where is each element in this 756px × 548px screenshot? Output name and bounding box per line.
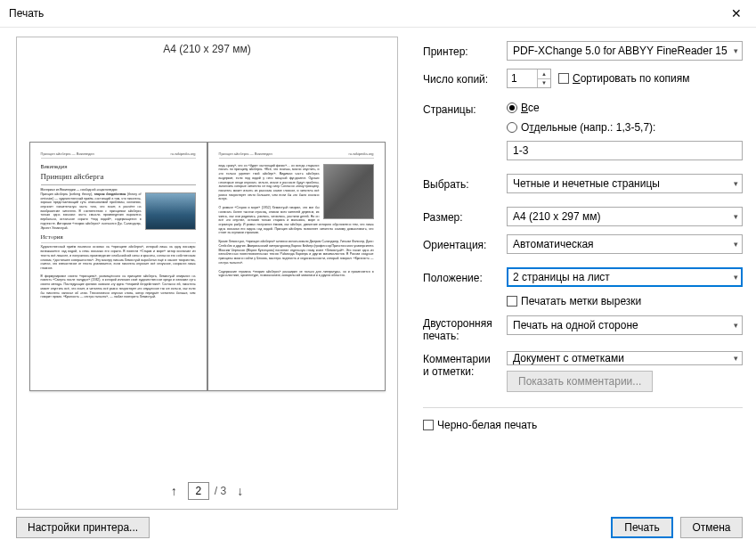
bw-checkbox[interactable]: Черно-белая печать [423, 419, 537, 431]
page-total: / 3 [215, 485, 226, 497]
pages-range-input[interactable]: 1-3 [507, 141, 743, 160]
printer-settings-button[interactable]: Настройки принтера... [16, 517, 150, 538]
close-button[interactable]: ✕ [716, 0, 756, 27]
spin-up-icon[interactable]: ▲ [538, 70, 550, 79]
comments-combo[interactable]: Документ с отметками ▾ [507, 351, 743, 365]
size-combo[interactable]: A4 (210 x 297 мм) ▾ [507, 207, 743, 226]
doc-title: Принцип айсберга [41, 172, 196, 185]
doc-site: Википедия [41, 164, 196, 171]
pages-label: Страницы: [423, 102, 498, 116]
print-preview: A4 (210 x 297 мм) Принцип айсберга — Вик… [16, 37, 398, 510]
iceberg-image [145, 192, 196, 230]
show-comments-button[interactable]: Показать комментарии... [507, 371, 653, 392]
crop-marks-checkbox[interactable]: Печатать метки вырезки [507, 295, 641, 307]
copies-spinner[interactable]: 1 ▲▼ [507, 69, 551, 88]
preview-caption: A4 (210 x 297 мм) [17, 37, 397, 59]
chevron-down-icon: ▾ [730, 273, 738, 282]
printer-label: Принтер: [423, 44, 498, 58]
preview-page-right: Принцип айсберга — Википедияru.wikipedia… [207, 142, 386, 391]
section-history: История [41, 233, 196, 243]
chevron-down-icon: ▾ [730, 240, 738, 249]
comments-label: Комментарии и отметки: [423, 351, 498, 379]
chevron-down-icon: ▾ [730, 46, 738, 55]
page-number-input[interactable] [188, 482, 209, 500]
author-photo [323, 164, 374, 219]
chevron-down-icon: ▾ [730, 179, 738, 188]
collate-checkbox[interactable]: ССортировать по копиямортировать по копи… [558, 72, 690, 85]
pages-range-radio[interactable]: Отдельные (напр.: 1,3-5,7): [507, 121, 743, 134]
select-combo[interactable]: Четные и нечетные страницы ▾ [507, 174, 743, 193]
chevron-down-icon: ▾ [730, 212, 738, 221]
select-label: Выбрать: [423, 176, 498, 191]
duplex-label: Двусторонняя печать: [423, 315, 498, 343]
position-combo[interactable]: 2 страницы на лист ▾ [507, 267, 743, 287]
page-forward-icon[interactable]: ↓ [232, 482, 248, 500]
chevron-down-icon: ▾ [730, 354, 738, 363]
page-back-icon[interactable]: ↑ [166, 482, 183, 500]
copies-label: Число копий: [423, 71, 498, 86]
separator [423, 407, 743, 408]
duplex-combo[interactable]: Печать на одной стороне ▾ [507, 315, 743, 335]
titlebar: Печать ✕ [0, 0, 756, 28]
cancel-button[interactable]: Отмена [680, 517, 743, 538]
position-label: Положение: [423, 270, 498, 284]
pager: ↑ / 3 ↓ [17, 473, 397, 509]
orientation-label: Ориентация: [423, 237, 498, 251]
printer-combo[interactable]: PDF-XChange 5.0 for ABBYY FineReader 15 … [507, 41, 743, 61]
size-label: Размер: [423, 209, 498, 224]
chevron-down-icon: ▾ [730, 321, 738, 330]
orientation-combo[interactable]: Автоматическая ▾ [507, 234, 743, 254]
window-title: Печать [9, 7, 716, 20]
preview-page-left: Принцип айсберга — Википедияru.wikipedia… [29, 142, 207, 391]
spin-down-icon[interactable]: ▼ [538, 79, 550, 88]
pages-all-radio[interactable]: Все [507, 102, 743, 114]
print-button[interactable]: Печать [611, 517, 673, 538]
